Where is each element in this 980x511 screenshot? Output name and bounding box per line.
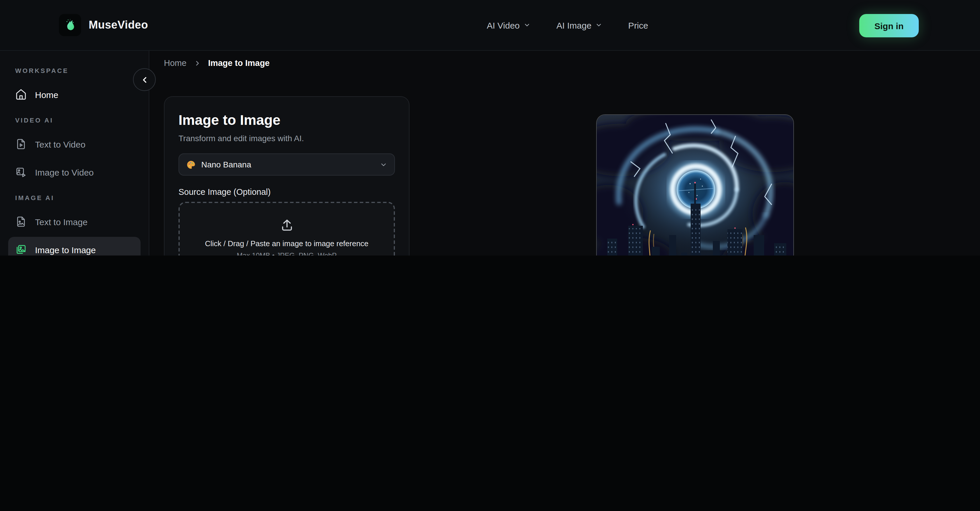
chevron-right-icon xyxy=(193,59,201,67)
sidebar-item-image-to-video[interactable]: Image to Video xyxy=(8,159,141,185)
model-select-value: Nano Banana xyxy=(201,160,374,169)
generated-image-vortex-city xyxy=(597,115,794,256)
sidebar-collapse-button[interactable] xyxy=(133,68,156,91)
brand[interactable]: MuseVideo xyxy=(59,14,148,36)
sidebar-item-label: Text to Image xyxy=(35,217,88,227)
upload-icon xyxy=(280,218,294,232)
file-video-icon xyxy=(15,138,27,150)
preview-panel xyxy=(596,114,794,256)
sidebar-item-image-to-image[interactable]: Image to Image xyxy=(8,237,141,256)
sign-in-button[interactable]: Sign in xyxy=(859,14,919,37)
section-title-workspace: WORKSPACE xyxy=(15,67,134,74)
source-image-dropzone[interactable]: Click / Drag / Paste an image to image r… xyxy=(178,202,395,256)
sidebar-item-text-to-image[interactable]: Text to Image xyxy=(8,209,141,234)
page-subtitle: Transform and edit images with AI. xyxy=(178,134,395,143)
chevron-left-icon xyxy=(140,75,149,84)
sidebar-item-home[interactable]: Home xyxy=(8,82,141,107)
sidebar-item-label: Text to Video xyxy=(35,139,86,149)
flame-icon xyxy=(62,18,78,33)
nav-ai-image[interactable]: AI Image xyxy=(557,20,603,30)
sidebar-item-text-to-video[interactable]: Text to Video xyxy=(8,131,141,157)
brand-logo xyxy=(59,14,81,36)
nav-price[interactable]: Price xyxy=(628,20,648,30)
breadcrumb: Home Image to Image xyxy=(164,58,270,68)
images-icon xyxy=(15,244,27,256)
chevron-down-icon xyxy=(380,161,387,168)
upload-constraints: Max 10MB • JPEG, PNG, WebP xyxy=(237,251,337,256)
home-icon xyxy=(15,89,27,100)
breadcrumb-home-link[interactable]: Home xyxy=(164,58,186,68)
sidebar-item-label: Home xyxy=(35,89,58,99)
sidebar-item-label: Image to Video xyxy=(35,167,94,177)
nav-ai-video-label: AI Video xyxy=(487,20,520,30)
upload-instructions: Click / Drag / Paste an image to image r… xyxy=(205,239,369,248)
nav-ai-image-label: AI Image xyxy=(557,20,592,30)
brand-name: MuseVideo xyxy=(89,19,148,32)
source-image-label: Source Image (Optional) xyxy=(178,187,395,197)
nav-price-label: Price xyxy=(628,20,648,30)
page-title: Image to Image xyxy=(178,112,395,128)
section-title-image-ai: IMAGE AI xyxy=(15,194,134,201)
image-video-icon xyxy=(15,166,27,178)
chevron-down-icon xyxy=(524,22,531,29)
sidebar-item-label: Image to Image xyxy=(35,245,95,255)
sidebar: WORKSPACE Home VIDEO AI Text to Video Im… xyxy=(0,51,150,256)
topbar: MuseVideo AI Video AI Image Price Sign i… xyxy=(0,0,980,51)
musevideo-app: MuseVideo AI Video AI Image Price Sign i… xyxy=(0,0,980,256)
top-navigation: AI Video AI Image Price xyxy=(487,20,648,30)
breadcrumb-current: Image to Image xyxy=(208,58,269,68)
main-content: Home Image to Image Image to Image Trans… xyxy=(150,51,980,256)
image-to-image-panel: Image to Image Transform and edit images… xyxy=(164,96,409,256)
nav-ai-video[interactable]: AI Video xyxy=(487,20,531,30)
chevron-down-icon xyxy=(596,22,603,29)
model-select[interactable]: Nano Banana xyxy=(178,153,395,175)
palette-icon xyxy=(186,159,196,169)
section-title-video-ai: VIDEO AI xyxy=(15,117,134,124)
file-image-icon xyxy=(15,216,27,228)
